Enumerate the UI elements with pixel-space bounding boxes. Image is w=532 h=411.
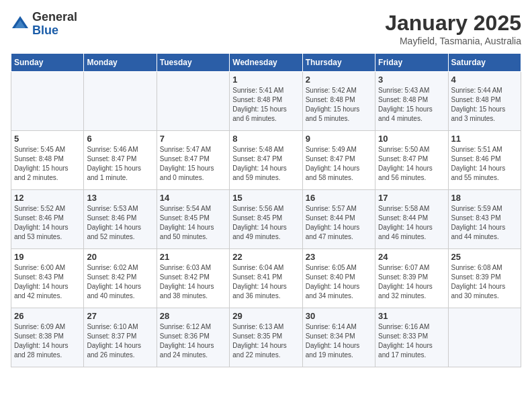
day-info: Sunrise: 5:51 AM Sunset: 8:46 PM Dayligh…: [451, 145, 518, 183]
weekday-header-friday: Friday: [375, 54, 448, 72]
calendar-day-31: 31Sunrise: 6:16 AM Sunset: 8:33 PM Dayli…: [375, 308, 448, 367]
weekday-header-saturday: Saturday: [448, 54, 521, 72]
calendar-week-3: 12Sunrise: 5:52 AM Sunset: 8:46 PM Dayli…: [11, 190, 521, 249]
day-info: Sunrise: 5:58 AM Sunset: 8:44 PM Dayligh…: [378, 204, 445, 242]
weekday-header-thursday: Thursday: [302, 54, 375, 72]
day-info: Sunrise: 5:43 AM Sunset: 8:48 PM Dayligh…: [378, 86, 445, 124]
day-number: 20: [87, 252, 153, 262]
calendar-day-26: 26Sunrise: 6:09 AM Sunset: 8:38 PM Dayli…: [11, 308, 84, 367]
day-info: Sunrise: 6:04 AM Sunset: 8:41 PM Dayligh…: [232, 263, 299, 301]
day-info: Sunrise: 6:05 AM Sunset: 8:40 PM Dayligh…: [306, 263, 372, 301]
calendar-day-8: 8Sunrise: 5:48 AM Sunset: 8:47 PM Daylig…: [230, 131, 302, 190]
calendar-day-15: 15Sunrise: 5:56 AM Sunset: 8:45 PM Dayli…: [230, 190, 302, 249]
day-info: Sunrise: 5:46 AM Sunset: 8:47 PM Dayligh…: [87, 145, 153, 183]
calendar-day-5: 5Sunrise: 5:45 AM Sunset: 8:48 PM Daylig…: [11, 131, 84, 190]
day-number: 11: [451, 134, 518, 144]
day-number: 16: [306, 193, 372, 203]
day-info: Sunrise: 5:44 AM Sunset: 8:48 PM Dayligh…: [451, 86, 518, 124]
day-number: 30: [306, 311, 372, 321]
day-number: 5: [14, 134, 81, 144]
calendar-day-27: 27Sunrise: 6:10 AM Sunset: 8:37 PM Dayli…: [84, 308, 157, 367]
day-info: Sunrise: 5:54 AM Sunset: 8:45 PM Dayligh…: [160, 204, 226, 242]
calendar-day-20: 20Sunrise: 6:02 AM Sunset: 8:42 PM Dayli…: [84, 249, 157, 308]
day-number: 31: [378, 311, 445, 321]
logo-text: General Blue: [32, 11, 77, 38]
calendar-day-28: 28Sunrise: 6:12 AM Sunset: 8:36 PM Dayli…: [157, 308, 229, 367]
calendar-day-21: 21Sunrise: 6:03 AM Sunset: 8:42 PM Dayli…: [157, 249, 229, 308]
calendar-week-2: 5Sunrise: 5:45 AM Sunset: 8:48 PM Daylig…: [11, 131, 521, 190]
title-section: January 2025 Mayfield, Tasmania, Austral…: [385, 11, 521, 46]
day-info: Sunrise: 5:57 AM Sunset: 8:44 PM Dayligh…: [306, 204, 372, 242]
day-info: Sunrise: 5:41 AM Sunset: 8:48 PM Dayligh…: [232, 86, 299, 124]
day-number: 4: [451, 75, 518, 85]
day-number: 19: [14, 252, 81, 262]
day-number: 14: [160, 193, 226, 203]
day-number: 27: [87, 311, 153, 321]
calendar-day-empty: [448, 308, 521, 367]
location-title: Mayfield, Tasmania, Australia: [385, 36, 521, 46]
day-number: 25: [451, 252, 518, 262]
calendar-week-1: 1Sunrise: 5:41 AM Sunset: 8:48 PM Daylig…: [11, 72, 521, 131]
day-number: 3: [378, 75, 445, 85]
day-info: Sunrise: 5:47 AM Sunset: 8:47 PM Dayligh…: [160, 145, 226, 183]
day-info: Sunrise: 6:08 AM Sunset: 8:39 PM Dayligh…: [451, 263, 518, 301]
calendar-day-12: 12Sunrise: 5:52 AM Sunset: 8:46 PM Dayli…: [11, 190, 84, 249]
day-info: Sunrise: 5:50 AM Sunset: 8:47 PM Dayligh…: [378, 145, 445, 183]
day-info: Sunrise: 6:02 AM Sunset: 8:42 PM Dayligh…: [87, 263, 153, 301]
calendar-day-24: 24Sunrise: 6:07 AM Sunset: 8:39 PM Dayli…: [375, 249, 448, 308]
day-info: Sunrise: 6:12 AM Sunset: 8:36 PM Dayligh…: [160, 322, 226, 360]
calendar-day-30: 30Sunrise: 6:14 AM Sunset: 8:34 PM Dayli…: [302, 308, 375, 367]
day-info: Sunrise: 5:53 AM Sunset: 8:46 PM Dayligh…: [87, 204, 153, 242]
day-info: Sunrise: 6:14 AM Sunset: 8:34 PM Dayligh…: [306, 322, 372, 360]
logo-icon: [11, 15, 30, 34]
day-info: Sunrise: 6:10 AM Sunset: 8:37 PM Dayligh…: [87, 322, 153, 360]
calendar-day-2: 2Sunrise: 5:42 AM Sunset: 8:48 PM Daylig…: [302, 72, 375, 131]
calendar-day-25: 25Sunrise: 6:08 AM Sunset: 8:39 PM Dayli…: [448, 249, 521, 308]
day-number: 9: [306, 134, 372, 144]
day-info: Sunrise: 5:59 AM Sunset: 8:43 PM Dayligh…: [451, 204, 518, 242]
page-header: General Blue January 2025 Mayfield, Tasm…: [11, 11, 521, 46]
day-number: 26: [14, 311, 81, 321]
calendar-day-1: 1Sunrise: 5:41 AM Sunset: 8:48 PM Daylig…: [230, 72, 302, 131]
day-number: 12: [14, 193, 81, 203]
day-info: Sunrise: 5:52 AM Sunset: 8:46 PM Dayligh…: [14, 204, 81, 242]
day-number: 2: [306, 75, 372, 85]
calendar-week-5: 26Sunrise: 6:09 AM Sunset: 8:38 PM Dayli…: [11, 308, 521, 367]
day-number: 21: [160, 252, 226, 262]
logo: General Blue: [11, 11, 77, 38]
day-info: Sunrise: 6:09 AM Sunset: 8:38 PM Dayligh…: [14, 322, 81, 360]
calendar-day-4: 4Sunrise: 5:44 AM Sunset: 8:48 PM Daylig…: [448, 72, 521, 131]
weekday-header-monday: Monday: [84, 54, 157, 72]
calendar-day-10: 10Sunrise: 5:50 AM Sunset: 8:47 PM Dayli…: [375, 131, 448, 190]
calendar-table: SundayMondayTuesdayWednesdayThursdayFrid…: [11, 53, 521, 367]
day-info: Sunrise: 6:03 AM Sunset: 8:42 PM Dayligh…: [160, 263, 226, 301]
calendar-day-3: 3Sunrise: 5:43 AM Sunset: 8:48 PM Daylig…: [375, 72, 448, 131]
day-number: 7: [160, 134, 226, 144]
day-number: 18: [451, 193, 518, 203]
calendar-day-empty: [11, 72, 84, 131]
weekday-header-sunday: Sunday: [11, 54, 84, 72]
calendar-day-empty: [157, 72, 229, 131]
day-info: Sunrise: 5:56 AM Sunset: 8:45 PM Dayligh…: [232, 204, 299, 242]
calendar-day-17: 17Sunrise: 5:58 AM Sunset: 8:44 PM Dayli…: [375, 190, 448, 249]
day-number: 17: [378, 193, 445, 203]
day-number: 6: [87, 134, 153, 144]
calendar-day-19: 19Sunrise: 6:00 AM Sunset: 8:43 PM Dayli…: [11, 249, 84, 308]
day-number: 1: [232, 75, 299, 85]
day-number: 24: [378, 252, 445, 262]
day-info: Sunrise: 5:49 AM Sunset: 8:47 PM Dayligh…: [306, 145, 372, 183]
day-number: 15: [232, 193, 299, 203]
calendar-day-14: 14Sunrise: 5:54 AM Sunset: 8:45 PM Dayli…: [157, 190, 229, 249]
calendar-day-6: 6Sunrise: 5:46 AM Sunset: 8:47 PM Daylig…: [84, 131, 157, 190]
calendar-day-empty: [84, 72, 157, 131]
calendar-day-16: 16Sunrise: 5:57 AM Sunset: 8:44 PM Dayli…: [302, 190, 375, 249]
day-info: Sunrise: 5:42 AM Sunset: 8:48 PM Dayligh…: [306, 86, 372, 124]
day-number: 13: [87, 193, 153, 203]
day-info: Sunrise: 6:16 AM Sunset: 8:33 PM Dayligh…: [378, 322, 445, 360]
day-info: Sunrise: 5:45 AM Sunset: 8:48 PM Dayligh…: [14, 145, 81, 183]
weekday-header-tuesday: Tuesday: [157, 54, 229, 72]
day-number: 22: [232, 252, 299, 262]
calendar-day-7: 7Sunrise: 5:47 AM Sunset: 8:47 PM Daylig…: [157, 131, 229, 190]
calendar-day-9: 9Sunrise: 5:49 AM Sunset: 8:47 PM Daylig…: [302, 131, 375, 190]
calendar-day-18: 18Sunrise: 5:59 AM Sunset: 8:43 PM Dayli…: [448, 190, 521, 249]
